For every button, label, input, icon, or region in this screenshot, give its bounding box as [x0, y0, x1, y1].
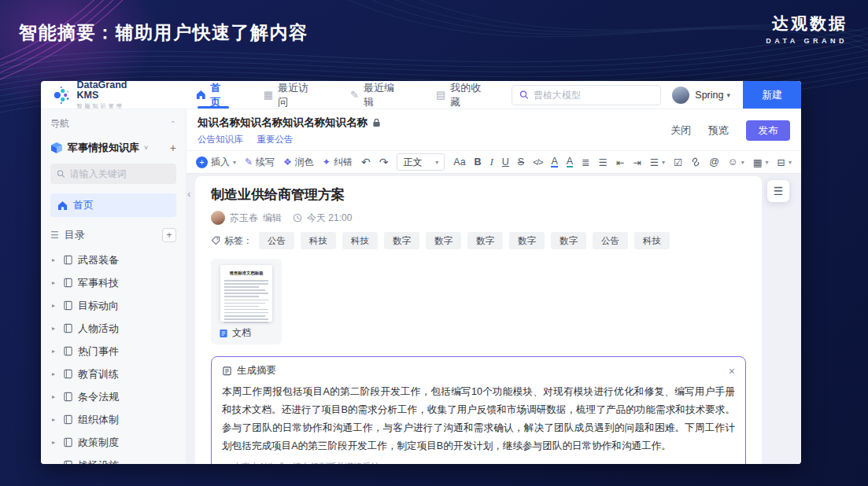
sidebar-search[interactable] — [50, 164, 176, 184]
close-icon[interactable]: × — [729, 365, 735, 377]
ai-polish-button[interactable]: ❖ 润色 — [283, 156, 314, 169]
nav-tab-recent-edits[interactable]: ✎ 最近编辑 — [339, 81, 414, 109]
chevron-right-icon[interactable]: ▸ — [52, 370, 58, 377]
global-search[interactable] — [512, 85, 661, 105]
slide-title: 智能摘要：辅助用户快速了解内容 — [19, 20, 308, 45]
unordered-list-button[interactable]: ☰ — [599, 156, 608, 168]
clock-icon — [293, 213, 302, 223]
sidebar-item-home[interactable]: 首页 — [50, 193, 176, 217]
sidebar-tree-item[interactable]: ▸ 人物活动 — [50, 317, 176, 340]
chevron-right-icon[interactable]: ▸ — [52, 416, 58, 423]
task-list-button[interactable]: ☑ — [674, 156, 682, 168]
nav-tab-recent-visits[interactable]: ▦ 最近访问 — [253, 81, 328, 109]
breadcrumb-link-kb[interactable]: 公告知识库 — [198, 134, 243, 145]
chevron-right-icon[interactable]: ▸ — [52, 393, 58, 400]
link-button[interactable] — [691, 157, 700, 167]
emoji-button[interactable]: ☺ ▾ — [728, 156, 744, 168]
paragraph-style-select[interactable]: 正文 ▾ — [397, 153, 445, 171]
nav-tab-favorites[interactable]: ▤ 我的收藏 — [425, 81, 500, 109]
font-size-button[interactable]: Aa — [453, 156, 465, 168]
more-button[interactable]: ⊟ ▾ — [778, 156, 792, 168]
sidebar-tree-item[interactable]: ▸ 目标动向 — [50, 294, 176, 317]
ordered-list-button[interactable]: ≣ — [582, 156, 589, 168]
notebook-icon — [63, 414, 73, 425]
indent-button[interactable]: ⇥ — [633, 156, 641, 168]
add-toc-node-button[interactable]: + — [162, 228, 176, 242]
brand-name-cn: 达观数据 — [766, 13, 848, 35]
global-search-input[interactable] — [534, 90, 653, 101]
sidebar-tree-item[interactable]: ▸ 军事科技 — [50, 271, 176, 294]
chevron-right-icon[interactable]: ▸ — [52, 302, 58, 309]
sidebar-tree-item[interactable]: ▸ 教育训练 — [50, 363, 176, 385]
chevron-right-icon[interactable]: ▸ — [52, 348, 58, 355]
font-color-button[interactable]: A — [551, 156, 557, 168]
attachment-card[interactable]: 通用标准文档标题 — [211, 259, 282, 344]
strikethrough-button[interactable]: S — [518, 156, 524, 168]
chevron-up-icon[interactable]: ⌃ — [170, 120, 176, 128]
code-button[interactable]: </> — [533, 157, 542, 167]
tag-chips: 公告科技科技数字数字数字数字数字公告科技 — [259, 232, 670, 249]
tag-chip[interactable]: 公告 — [593, 232, 628, 249]
tag-chip[interactable]: 科技 — [342, 232, 378, 249]
tag-chip[interactable]: 数字 — [384, 232, 419, 249]
chevron-right-icon[interactable]: ▸ — [52, 439, 58, 446]
table-button[interactable]: ▦ ▾ — [753, 156, 769, 168]
tree-item-label: 组织体制 — [78, 413, 119, 427]
publish-button[interactable]: 发布 — [746, 120, 790, 141]
tag-chip[interactable]: 数字 — [509, 232, 545, 249]
sidebar-tree-item[interactable]: ▸ 武器装备 — [50, 249, 176, 271]
undo-button[interactable]: ↶ — [361, 156, 371, 168]
sidebar-search-input[interactable] — [70, 168, 170, 179]
new-button[interactable]: 新建 — [743, 81, 801, 109]
tag-chip[interactable]: 数字 — [551, 232, 586, 249]
mention-button[interactable]: @ — [709, 156, 719, 168]
redo-button[interactable]: ↷ — [379, 156, 389, 168]
search-icon — [519, 90, 529, 100]
insert-menu-button[interactable]: + 插入 ▾ — [196, 156, 236, 169]
ai-polish-label: 润色 — [295, 156, 314, 169]
user-menu-caret-icon[interactable]: ▾ — [726, 91, 730, 99]
sidebar-tree-item[interactable]: ▸ 战场设施 — [50, 454, 176, 464]
recent-visits-icon: ▦ — [264, 89, 273, 101]
sidebar-tree-item[interactable]: ▸ 条令法规 — [50, 385, 176, 408]
notebook-icon — [63, 369, 73, 379]
add-knowledge-base-button[interactable]: + — [170, 142, 176, 154]
italic-button[interactable]: I — [490, 156, 493, 168]
preview-button[interactable]: 预览 — [708, 123, 729, 138]
caret-down-icon: ▾ — [765, 159, 768, 166]
chevron-right-icon[interactable]: ▸ — [52, 462, 58, 464]
ai-proofread-button[interactable]: ✦ 纠错 — [323, 156, 353, 169]
user-avatar[interactable] — [672, 87, 689, 104]
summary-text: 本周工作周报包括项目A的第二阶段开发工作，包括编写10个功能模块、对现有模块进行… — [222, 383, 735, 455]
outdent-button[interactable]: ⇤ — [616, 156, 624, 168]
close-button[interactable]: 关闭 — [670, 123, 691, 138]
tag-chip[interactable]: 数字 — [467, 232, 503, 249]
underline-button[interactable]: U — [502, 156, 509, 168]
outline-toggle-button[interactable]: ☰ — [767, 180, 789, 202]
chevron-right-icon[interactable]: ▸ — [52, 256, 58, 263]
nav-tab-home[interactable]: 首页 — [185, 81, 242, 109]
tag-chip[interactable]: 公告 — [259, 232, 294, 249]
sidebar-tree-item[interactable]: ▸ 政策制度 — [50, 431, 176, 454]
tag-chip[interactable]: 科技 — [634, 232, 670, 249]
sidebar-tree-item[interactable]: ▸ 热门事件 — [50, 340, 176, 363]
collapse-panel-handle[interactable]: ‹ — [187, 188, 190, 200]
breadcrumb-link-notice[interactable]: 重要公告 — [257, 134, 294, 145]
ai-continue-button[interactable]: ✎ 续写 — [245, 156, 275, 169]
tag-chip[interactable]: 科技 — [301, 232, 336, 249]
knowledge-base-selector[interactable]: 军事情报知识库 ˅ + — [50, 141, 176, 155]
highlight-button[interactable]: A — [567, 156, 573, 168]
bold-button[interactable]: B — [475, 156, 482, 168]
align-button[interactable]: ☰ ▾ — [650, 156, 665, 168]
document-title[interactable]: 制造业供给商管理方案 — [211, 186, 746, 204]
ai-continue-label: 续写 — [256, 156, 275, 169]
link-icon — [691, 157, 700, 167]
sidebar-tree: ▸ 武器装备 ▸ — [50, 249, 176, 464]
list-icon: ☰ — [50, 230, 59, 241]
chevron-right-icon[interactable]: ▸ — [52, 279, 58, 286]
app-logo[interactable]: DataGrand KMS 智能知识管理 — [41, 81, 163, 110]
sidebar-tree-item[interactable]: ▸ 组织体制 — [50, 408, 176, 431]
tag-chip[interactable]: 数字 — [426, 232, 461, 249]
chevron-right-icon[interactable]: ▸ — [52, 325, 58, 332]
summary-title: 生成摘要 — [237, 364, 276, 377]
